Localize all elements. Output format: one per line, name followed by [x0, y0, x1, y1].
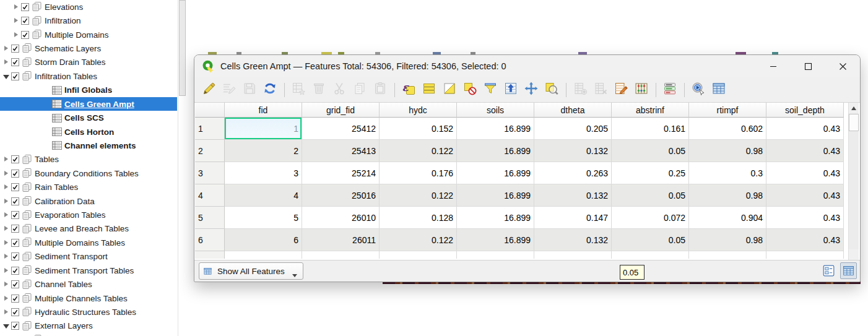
layer-item-multiple-channels-tables[interactable]: Multiple Channels Tables	[0, 291, 177, 305]
layers-panel-scrollbar[interactable]	[178, 0, 186, 336]
form-view-button[interactable]	[820, 262, 837, 279]
row-header-corner[interactable]	[195, 103, 225, 118]
layer-checkbox[interactable]	[11, 280, 19, 288]
layer-checkbox[interactable]	[11, 211, 19, 219]
minimize-button[interactable]	[756, 55, 791, 77]
delete-field-button[interactable]	[592, 82, 609, 98]
row-header[interactable]: 3	[195, 162, 225, 184]
table-cell[interactable]: 0.05	[612, 229, 689, 251]
table-cell[interactable]: 0.98	[689, 229, 766, 251]
select-by-expression-button[interactable]: ε	[401, 82, 417, 98]
expander-closed-icon[interactable]	[3, 170, 10, 178]
close-button[interactable]	[825, 55, 860, 77]
deselect-all-button[interactable]	[462, 82, 478, 98]
table-cell[interactable]: 5	[225, 207, 302, 229]
column-header-soils[interactable]: soils	[457, 103, 534, 118]
table-view-button[interactable]	[840, 262, 857, 279]
expander-closed-icon[interactable]	[3, 197, 10, 205]
row-header[interactable]: 2	[195, 140, 225, 162]
table-cell[interactable]: 0.98	[689, 184, 766, 207]
table-cell[interactable]: 0.122	[380, 184, 457, 207]
move-selection-to-top-button[interactable]	[503, 82, 519, 98]
table-cell[interactable]: 2	[225, 140, 302, 162]
layer-checkbox[interactable]	[11, 267, 19, 275]
table-cell[interactable]: 0.161	[612, 118, 689, 140]
toggle-multi-edit-button[interactable]	[221, 82, 237, 98]
table-cell[interactable]: 16.899	[457, 140, 534, 162]
layer-item-multiple-domains-tables[interactable]: Multiple Domains Tables	[0, 236, 177, 249]
layer-item-storm-drain-tables[interactable]: Storm Drain Tables	[0, 56, 177, 69]
table-cell[interactable]: 0.072	[612, 207, 689, 229]
expander-closed-icon[interactable]	[3, 280, 10, 288]
reload-table-button[interactable]	[262, 82, 278, 98]
layer-item-partial[interactable]	[0, 333, 177, 336]
table-cell[interactable]: 25016	[302, 184, 380, 207]
field-calculator-button[interactable]	[633, 82, 649, 98]
row-header[interactable]: 1	[195, 118, 225, 140]
layer-checkbox[interactable]	[11, 155, 19, 163]
layer-item-hydraulic-structures-tables[interactable]: Hydraulic Structures Tables	[0, 305, 177, 319]
table-vertical-scrollbar[interactable]	[848, 103, 859, 260]
table-cell[interactable]: 0.43	[766, 162, 844, 184]
layer-item-schematic-layers[interactable]: Schematic Layers	[0, 41, 177, 55]
expander-closed-icon[interactable]	[3, 155, 10, 163]
add-feature-button[interactable]	[290, 82, 306, 98]
scrollbar-thumb[interactable]	[849, 114, 859, 131]
invert-selection-button[interactable]	[441, 82, 458, 98]
column-header-fid[interactable]: fid	[225, 103, 302, 118]
expander-closed-icon[interactable]	[13, 3, 20, 11]
expander-closed-icon[interactable]	[3, 225, 10, 233]
table-cell[interactable]: 16.899	[457, 207, 534, 229]
table-cell[interactable]: 0.43	[766, 140, 844, 162]
expander-open-icon[interactable]	[3, 322, 10, 330]
layer-checkbox[interactable]	[11, 72, 19, 80]
table-cell[interactable]: 25413	[302, 140, 380, 162]
layer-item-calibration-data[interactable]: Calibration Data	[0, 194, 177, 208]
layers-scrollbar-thumb[interactable]	[179, 0, 186, 96]
table-cell[interactable]: 16.899	[457, 162, 534, 184]
table-cell[interactable]: 0.43	[766, 229, 844, 251]
table-cell[interactable]: 25214	[302, 162, 380, 184]
layer-item-channel-tables[interactable]: Channel Tables	[0, 277, 177, 291]
table-cell[interactable]: 0.132	[534, 184, 612, 207]
table-cell[interactable]: 0.147	[534, 207, 612, 229]
expander-closed-icon[interactable]	[13, 31, 20, 39]
table-cell[interactable]: 0.904	[689, 207, 766, 229]
layer-checkbox[interactable]	[11, 308, 19, 316]
layer-item-tables[interactable]: Tables	[0, 153, 177, 166]
layer-item-boundary-conditions-tables[interactable]: Boundary Conditions Tables	[0, 166, 177, 180]
table-cell[interactable]: 0.176	[380, 162, 457, 184]
copy-features-button[interactable]	[352, 82, 368, 98]
layer-item-rain-tables[interactable]: Rain Tables	[0, 180, 177, 194]
column-header-rtimpf[interactable]: rtimpf	[689, 103, 766, 118]
table-cell[interactable]: 0.122	[380, 140, 457, 162]
expander-closed-icon[interactable]	[3, 308, 10, 316]
table-cell[interactable]: 0.05	[612, 184, 689, 207]
toggle-editing-button[interactable]	[201, 82, 217, 98]
table-cell[interactable]: 0.43	[766, 184, 844, 207]
delete-selected-button[interactable]	[311, 82, 327, 98]
dock-attribute-table-button[interactable]	[711, 82, 727, 98]
table-cell[interactable]: 26011	[302, 229, 380, 251]
expander-closed-icon[interactable]	[13, 17, 20, 25]
table-cell[interactable]: 16.899	[457, 184, 534, 207]
table-cell[interactable]: 0.602	[689, 118, 766, 140]
layer-checkbox[interactable]	[11, 322, 19, 330]
layer-item-sediment-transport[interactable]: Sediment Transport	[0, 250, 177, 264]
table-cell[interactable]: 16.899	[457, 229, 534, 251]
table-cell[interactable]: 0.128	[380, 207, 457, 229]
layer-item-elevations[interactable]: Elevations	[0, 0, 177, 14]
layer-item-levee-and-breach-tables[interactable]: Levee and Breach Tables	[0, 222, 177, 236]
layer-item-cells-scs[interactable]: Cells SCS	[0, 111, 177, 124]
layer-item-cells-horton[interactable]: Cells Horton	[0, 125, 177, 139]
column-header-grid-fid[interactable]: grid_fid	[302, 103, 380, 118]
row-header[interactable]: 5	[195, 207, 225, 229]
row-header[interactable]: 4	[195, 184, 225, 207]
layer-item-channel-elements[interactable]: Channel elements	[0, 139, 177, 152]
expander-closed-icon[interactable]	[3, 183, 10, 191]
table-cell[interactable]: 26010	[302, 207, 380, 229]
layer-item-evaporation-tables[interactable]: Evaporation Tables	[0, 208, 177, 222]
table-cell[interactable]: 0.43	[766, 207, 844, 229]
layer-checkbox[interactable]	[11, 295, 19, 303]
table-cell[interactable]: 0.205	[534, 118, 612, 140]
